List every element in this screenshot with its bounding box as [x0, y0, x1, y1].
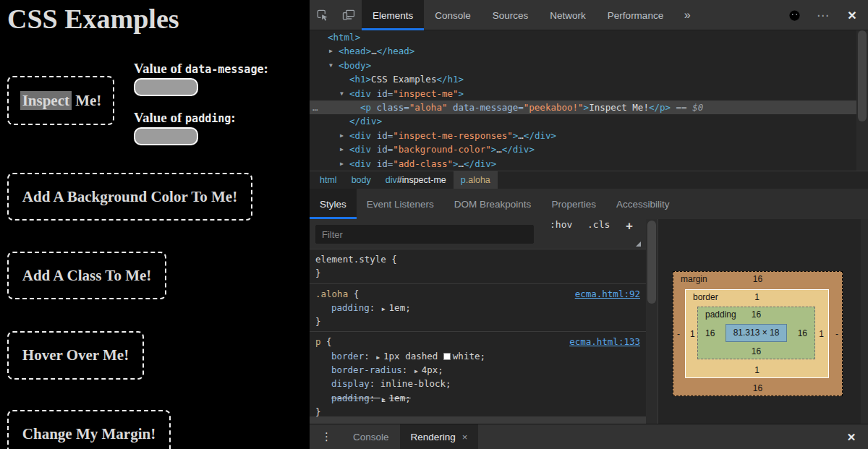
drawer-tab-rendering[interactable]: Rendering ×: [400, 424, 479, 449]
property-value[interactable]: 1em: [389, 393, 406, 403]
property-name[interactable]: padding: [331, 393, 370, 403]
tab-accessibility[interactable]: Accessibility: [606, 189, 680, 219]
add-background-color-button[interactable]: Add A Background Color To Me!: [7, 173, 252, 221]
property-value[interactable]: white: [453, 351, 480, 362]
css-property-row[interactable]: border: ▶1px dashed white;: [310, 349, 646, 363]
dom-node[interactable]: <html>: [310, 30, 856, 44]
stylesheet-link[interactable]: ecma.html:133: [569, 335, 640, 348]
box-model-border[interactable]: border 1 1 1 1 padding 16 16 16 16 81.31…: [685, 289, 829, 378]
breadcrumb-item[interactable]: p.aloha: [454, 171, 498, 189]
property-name[interactable]: border-radius: [331, 364, 402, 375]
hover-over-me-button[interactable]: Hover Over Me!: [7, 331, 144, 380]
expand-arrow-icon[interactable]: ▶: [340, 157, 344, 171]
dom-node[interactable]: ▶<div id="background-color">…</div>: [310, 142, 856, 156]
dom-node[interactable]: ▶<head>…</head>: [310, 44, 856, 58]
padding-field[interactable]: [134, 127, 198, 145]
box-model-scrollbar[interactable]: [861, 219, 868, 424]
css-property-row[interactable]: border-radius: ▶4px;: [310, 363, 646, 377]
breadcrumb-item[interactable]: html: [312, 171, 344, 189]
expand-arrow-icon[interactable]: ▶: [329, 44, 333, 58]
dom-node[interactable]: ▶<div id="inspect-me-responses">…</div>: [310, 129, 856, 142]
change-margin-button[interactable]: Change My Margin!: [7, 410, 171, 449]
dom-node[interactable]: </div>: [310, 114, 856, 128]
tab-event-listeners[interactable]: Event Listeners: [357, 189, 444, 219]
expand-arrow-icon[interactable]: ▶: [376, 354, 380, 361]
border-left-value[interactable]: 1: [690, 329, 695, 339]
tab-styles[interactable]: Styles: [310, 189, 357, 219]
padding-bottom-value[interactable]: 16: [752, 346, 761, 356]
scrollbar-thumb[interactable]: [647, 221, 656, 304]
border-right-value[interactable]: 1: [819, 329, 824, 339]
styles-vertical-scrollbar[interactable]: [646, 219, 658, 424]
margin-bottom-value[interactable]: 16: [753, 383, 762, 393]
css-property-row[interactable]: padding: ▶1em;: [310, 391, 646, 405]
tab-network[interactable]: Network: [539, 0, 597, 30]
margin-left-value[interactable]: -: [677, 329, 680, 339]
dom-node[interactable]: <h1>CSS Examples</h1>: [310, 72, 856, 86]
padding-top-value[interactable]: 16: [752, 309, 761, 320]
add-class-button[interactable]: Add A Class To Me!: [7, 252, 166, 299]
tab-elements[interactable]: Elements: [362, 0, 424, 30]
tab-dom-breakpoints[interactable]: DOM Breakpoints: [444, 189, 542, 219]
toggle-hover-state-button[interactable]: :hov: [550, 219, 572, 249]
box-model-content[interactable]: 81.313 × 18: [726, 324, 787, 342]
inspect-element-button[interactable]: [310, 0, 336, 30]
padding-right-value[interactable]: 16: [798, 328, 807, 338]
margin-top-value[interactable]: 16: [753, 274, 762, 284]
more-tabs-button[interactable]: »: [674, 0, 700, 30]
property-name[interactable]: display: [331, 378, 370, 389]
breadcrumb-item[interactable]: div#inspect-me: [378, 171, 454, 189]
close-tab-icon[interactable]: ×: [462, 432, 468, 442]
inspect-me-box[interactable]: Inspect Me!: [7, 76, 114, 125]
expand-arrow-icon[interactable]: ▶: [382, 396, 386, 403]
box-model-margin[interactable]: margin 16 - - 16 border 1 1 1 1 padding …: [673, 271, 843, 396]
drawer-menu-button[interactable]: ⋮: [310, 424, 342, 449]
css-property-row[interactable]: display: inline-block;: [310, 377, 646, 390]
tab-sources[interactable]: Sources: [482, 0, 540, 30]
feedback-button[interactable]: [781, 0, 807, 30]
css-property-row[interactable]: padding: ▶1em;: [310, 301, 646, 315]
collapse-arrow-icon[interactable]: ▼: [329, 59, 333, 72]
stylesheet-link[interactable]: ecma.html:92: [575, 287, 640, 301]
property-value[interactable]: 1em: [389, 302, 406, 313]
scrollbar-thumb[interactable]: [858, 30, 867, 121]
dom-node[interactable]: ▼<div id="inspect-me">: [310, 87, 856, 101]
elements-scrollbar[interactable]: [856, 30, 868, 171]
new-style-rule-button[interactable]: +: [626, 219, 633, 249]
expand-arrow-icon[interactable]: ▶: [340, 142, 344, 156]
property-value[interactable]: inline-block: [380, 378, 446, 389]
collapse-arrow-icon[interactable]: ▼: [340, 87, 344, 101]
styles-filter-input[interactable]: [315, 225, 534, 244]
toggle-class-button[interactable]: .cls: [587, 219, 610, 249]
property-name[interactable]: border: [331, 351, 364, 362]
border-bottom-value[interactable]: 1: [754, 365, 760, 375]
tab-console[interactable]: Console: [424, 0, 482, 30]
margin-right-value[interactable]: -: [835, 329, 838, 339]
expand-arrow-icon[interactable]: ▶: [382, 306, 386, 312]
drawer-tab-console[interactable]: Console: [342, 424, 400, 449]
rule-selector-row[interactable]: ecma.html:92.aloha {: [310, 287, 646, 301]
device-toolbar-button[interactable]: [336, 0, 362, 30]
property-value[interactable]: 1px dashed: [383, 351, 443, 362]
dom-node[interactable]: ▶<div id="add-class">…</div>: [310, 157, 856, 171]
expand-arrow-icon[interactable]: ▶: [340, 129, 344, 142]
property-name[interactable]: padding: [331, 302, 370, 313]
drawer-close-button[interactable]: ✕: [842, 424, 861, 449]
devtools-close-button[interactable]: ✕: [839, 0, 865, 30]
rule-selector-row[interactable]: ecma.html:133p {: [310, 335, 646, 348]
tab-properties[interactable]: Properties: [541, 189, 606, 219]
breadcrumb-item[interactable]: body: [344, 171, 378, 189]
color-swatch-icon[interactable]: [443, 353, 451, 360]
expand-arrow-icon[interactable]: ▶: [414, 368, 418, 375]
dom-node[interactable]: ▼<body>: [310, 59, 856, 72]
rule-selector-row[interactable]: element.style {: [310, 252, 646, 266]
styles-horizontal-scrollbar[interactable]: [310, 416, 646, 424]
tab-performance[interactable]: Performance: [597, 0, 674, 30]
devtools-menu-button[interactable]: ⋯: [810, 0, 836, 30]
dom-node-selected[interactable]: …<p class="aloha" data-message="peekaboo…: [310, 101, 856, 114]
box-model-padding[interactable]: padding 16 16 16 16 81.313 × 18: [697, 307, 815, 359]
property-value[interactable]: 4px: [422, 364, 438, 375]
border-top-value[interactable]: 1: [754, 292, 760, 302]
data-message-field[interactable]: [134, 78, 198, 96]
padding-left-value[interactable]: 16: [705, 328, 715, 338]
